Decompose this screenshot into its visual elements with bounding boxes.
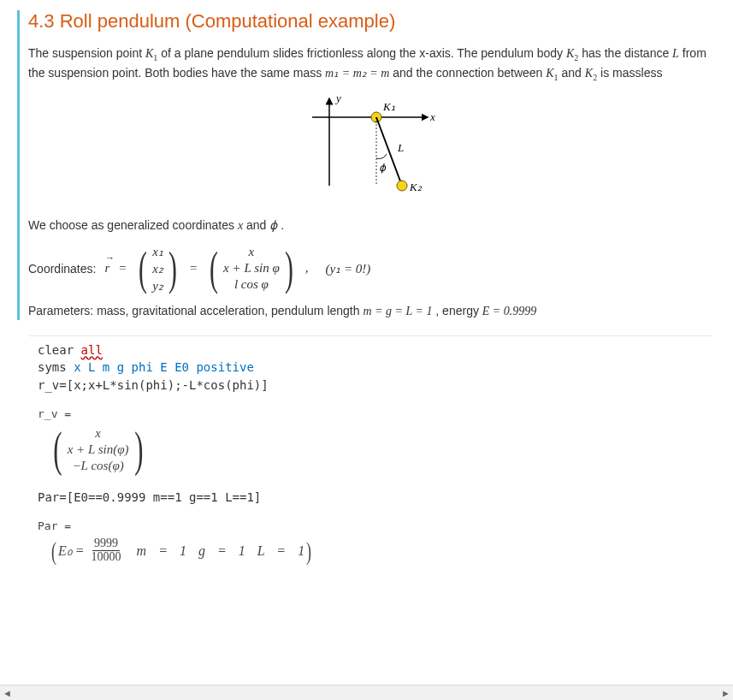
t: . (281, 218, 284, 232)
frac-num: 9999 (92, 537, 120, 551)
paren-icon: ) (134, 425, 143, 473)
gen-coords-line: We choose as generalized coordinates x a… (28, 217, 716, 235)
sym-phi: ϕ (269, 219, 277, 232)
label-phi: ϕ (379, 162, 387, 174)
paren-icon: ( (210, 246, 218, 292)
sym-r: r (104, 261, 109, 276)
row: x (95, 426, 101, 441)
sym-params: m = g = L = 1 (363, 305, 432, 317)
sym-K2: K2 (566, 47, 578, 60)
t: Parameters: mass, gravitational accelera… (28, 304, 363, 317)
scroll-left-button[interactable]: ◄ (0, 685, 15, 700)
params-line: Parameters: mass, gravitational accelera… (28, 302, 716, 321)
text: and the connection between (393, 66, 546, 80)
row: y₂ (152, 278, 163, 294)
text: The suspension point (28, 46, 145, 60)
t: We choose as generalized coordinates (28, 218, 238, 232)
sym-masses: m₁ = m₂ = m (325, 67, 389, 80)
t: 2 (574, 53, 578, 62)
t: , (305, 261, 309, 276)
t: = (118, 261, 127, 276)
t: K (546, 67, 553, 80)
frac-den: 10000 (90, 551, 123, 564)
row: −L cos(φ) (72, 459, 123, 473)
sym-K1b: K1 (546, 67, 558, 80)
vec-out: ( x x + L sin(φ) −L cos(φ) ) (50, 425, 146, 473)
label-K1: K₁ (382, 100, 395, 113)
t: K (145, 47, 153, 60)
paren-icon: ( (139, 246, 147, 292)
row: l cos φ (234, 277, 269, 292)
pendulum-diagram: y x K₁ K₂ L ϕ (287, 92, 458, 211)
text: has the distance (582, 46, 672, 60)
chevron-left-icon: ◄ (3, 688, 12, 698)
paren-icon: ( (53, 425, 62, 473)
sym-E0: E₀ (58, 543, 72, 559)
text: of a plane pendulum slides frictionless … (161, 46, 566, 60)
err-token: all (81, 343, 103, 357)
text: is massless (600, 66, 662, 80)
t: K (566, 47, 574, 60)
paren-icon: ) (285, 246, 293, 292)
t: Par=[E0==0.9999 m==1 g==1 L==1] (38, 490, 261, 504)
sym-E: E = 0.9999 (482, 305, 537, 317)
row: x₁ (152, 244, 163, 259)
code-output-1: r_v = ( x x + L sin(φ) −L cos(φ) ) (29, 402, 712, 483)
row: x + L sin φ (223, 261, 280, 276)
scroll-track[interactable] (15, 685, 718, 700)
sym-K1: K1 (145, 47, 157, 60)
t: , energy (435, 304, 482, 317)
row: x + L sin(φ) (68, 442, 129, 457)
eq-label: Coordinates: (28, 262, 96, 276)
code-output-2: Par = ( E₀ = 9999 10000 m = 1 g = 1 L = … (29, 514, 712, 573)
label-K2: K₂ (409, 181, 423, 193)
intro-paragraph: The suspension point K1 of a plane pendu… (28, 44, 716, 85)
row: x (249, 245, 255, 259)
t: syms (38, 360, 74, 374)
paren-icon: ) (168, 246, 177, 292)
code-input-2[interactable]: Par=[E0==0.9999 m==1 g==1 L==1] (29, 483, 712, 514)
kw-token: x L m g phi E E0 positive (74, 360, 254, 374)
coordinates-equation: Coordinates: r = ( x₁ x₂ y₂ ) = ( x x + … (28, 244, 716, 294)
section-title: 4.3 Roll pendulum (Computational example… (28, 10, 716, 33)
content: 4.3 Roll pendulum (Computational example… (0, 0, 733, 574)
paren-icon: ) (306, 538, 311, 564)
t: 2 (593, 73, 597, 82)
row: x₂ (152, 261, 163, 276)
scroll-right-button[interactable]: ► (718, 685, 733, 700)
sym-L: L (672, 47, 679, 60)
fraction: 9999 10000 (90, 537, 123, 563)
t: m = 1 g = 1 L = 1 (137, 543, 305, 559)
t: clear (38, 343, 81, 357)
out-varname: r_v = (38, 407, 709, 420)
t: = (75, 543, 85, 559)
t: 1 (554, 73, 559, 82)
page-viewport[interactable]: 4.3 Roll pendulum (Computational example… (0, 0, 733, 700)
out-varname: Par = (38, 519, 709, 532)
chevron-right-icon: ► (721, 688, 730, 698)
sym-x: x (238, 219, 243, 232)
note: (y₁ = 0!) (326, 261, 371, 276)
vec2: ( x x + L sin φ l cos φ ) (206, 245, 297, 292)
code-cell-1: clear all syms x L m g phi E E0 positive… (29, 335, 712, 574)
svg-point-4 (397, 181, 407, 191)
text: and (562, 66, 585, 80)
vec1: ( x₁ x₂ y₂ ) (135, 244, 180, 294)
row-out: ( E₀ = 9999 10000 m = 1 g = 1 L = 1 ) (50, 537, 313, 563)
t: 1 (153, 53, 157, 62)
sym-K2b: K2 (585, 67, 597, 80)
horizontal-scrollbar[interactable]: ◄ ► (0, 685, 733, 700)
label-L: L (397, 141, 404, 154)
text-cell: 4.3 Roll pendulum (Computational example… (17, 10, 716, 320)
axis-y-label: y (334, 92, 341, 104)
paren-icon: ( (51, 538, 56, 564)
t: r_v=[x;x+L*sin(phi);-L*cos(phi)] (38, 378, 269, 392)
t: K (585, 67, 593, 80)
code-input[interactable]: clear all syms x L m g phi E E0 positive… (29, 335, 712, 402)
axis-x-label: x (429, 110, 435, 123)
t: = (189, 261, 198, 276)
t: and (246, 218, 269, 232)
